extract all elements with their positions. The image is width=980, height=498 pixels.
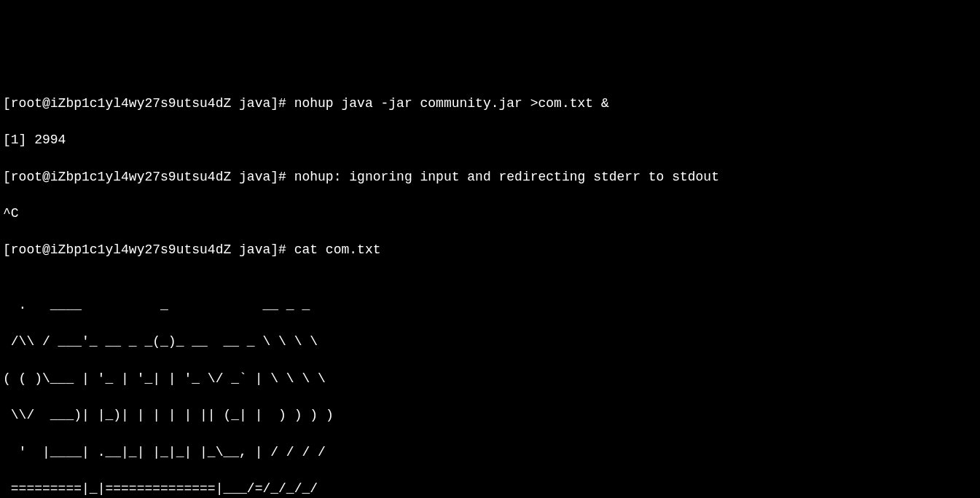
spring-banner-line: \\/ ___)| |_)| | | | | || (_| | ) ) ) ) xyxy=(3,406,977,424)
spring-banner-line: . ____ _ __ _ _ xyxy=(3,296,977,315)
spring-banner-line: /\\ / ___'_ __ _ _(_)_ __ __ _ \ \ \ \ xyxy=(3,333,977,351)
spring-banner-line: ' |____| .__|_| |_|_| |_\__, | / / / / xyxy=(3,443,977,462)
terminal-line: ^C xyxy=(3,205,977,223)
terminal-line: [1] 2994 xyxy=(3,131,977,149)
terminal-output[interactable]: [root@iZbp1c1yl4wy27s9utsu4dZ java]# noh… xyxy=(3,76,977,498)
spring-banner-line: =========|_|==============|___/=/_/_/_/ xyxy=(3,480,977,498)
terminal-line: [root@iZbp1c1yl4wy27s9utsu4dZ java]# cat… xyxy=(3,241,977,259)
spring-banner-line: ( ( )\___ | '_ | '_| | '_ \/ _` | \ \ \ … xyxy=(3,370,977,388)
terminal-line: [root@iZbp1c1yl4wy27s9utsu4dZ java]# noh… xyxy=(3,168,977,186)
terminal-line: [root@iZbp1c1yl4wy27s9utsu4dZ java]# noh… xyxy=(3,95,977,113)
